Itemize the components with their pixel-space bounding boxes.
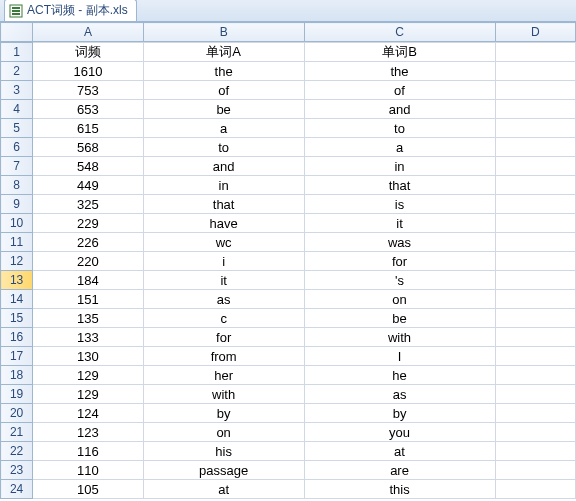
cell[interactable] <box>495 62 575 81</box>
cell[interactable]: 123 <box>33 423 144 442</box>
cell[interactable]: 151 <box>33 290 144 309</box>
cell[interactable]: 226 <box>33 233 144 252</box>
cell[interactable]: for <box>304 252 495 271</box>
cell[interactable] <box>495 176 575 195</box>
cell[interactable]: her <box>143 366 304 385</box>
row-number[interactable]: 8 <box>1 176 33 195</box>
cell[interactable]: on <box>143 423 304 442</box>
cell[interactable]: have <box>143 214 304 233</box>
row-number[interactable]: 23 <box>1 461 33 480</box>
row-number[interactable]: 21 <box>1 423 33 442</box>
cell[interactable]: by <box>143 404 304 423</box>
cell[interactable]: 单词B <box>304 43 495 62</box>
cell[interactable]: that <box>304 176 495 195</box>
cell[interactable]: a <box>304 138 495 157</box>
row-number[interactable]: 10 <box>1 214 33 233</box>
cell[interactable] <box>495 309 575 328</box>
cell[interactable] <box>495 461 575 480</box>
cell[interactable] <box>495 119 575 138</box>
cell[interactable]: to <box>304 119 495 138</box>
cell[interactable] <box>495 290 575 309</box>
row-number[interactable]: 5 <box>1 119 33 138</box>
cell[interactable]: 548 <box>33 157 144 176</box>
cell[interactable] <box>495 43 575 62</box>
row-number[interactable]: 18 <box>1 366 33 385</box>
cell[interactable]: passage <box>143 461 304 480</box>
cell[interactable] <box>495 81 575 100</box>
cell[interactable]: 568 <box>33 138 144 157</box>
cell[interactable]: 词频 <box>33 43 144 62</box>
cell[interactable]: 753 <box>33 81 144 100</box>
row-number[interactable]: 17 <box>1 347 33 366</box>
cell[interactable]: in <box>304 157 495 176</box>
column-header-B[interactable]: B <box>143 23 304 42</box>
cell[interactable] <box>495 233 575 252</box>
cell[interactable]: and <box>304 100 495 119</box>
cell[interactable]: 129 <box>33 366 144 385</box>
row-number[interactable]: 4 <box>1 100 33 119</box>
row-number[interactable]: 7 <box>1 157 33 176</box>
cell[interactable]: i <box>143 252 304 271</box>
cell[interactable]: in <box>143 176 304 195</box>
cell[interactable]: 449 <box>33 176 144 195</box>
cell[interactable]: a <box>143 119 304 138</box>
cell[interactable] <box>495 385 575 404</box>
cell[interactable]: with <box>304 328 495 347</box>
document-tab[interactable]: ACT词频 - 副本.xls <box>4 0 137 21</box>
cell[interactable]: of <box>304 81 495 100</box>
cell[interactable]: 615 <box>33 119 144 138</box>
column-header-C[interactable]: C <box>304 23 495 42</box>
cell[interactable]: by <box>304 404 495 423</box>
row-number[interactable]: 15 <box>1 309 33 328</box>
cell[interactable]: is <box>304 195 495 214</box>
cell[interactable]: on <box>304 290 495 309</box>
cell[interactable]: 129 <box>33 385 144 404</box>
row-number[interactable]: 2 <box>1 62 33 81</box>
cell[interactable]: the <box>143 62 304 81</box>
cell[interactable]: at <box>143 480 304 499</box>
row-number[interactable]: 12 <box>1 252 33 271</box>
cell[interactable]: c <box>143 309 304 328</box>
cell[interactable]: 325 <box>33 195 144 214</box>
cell[interactable]: it <box>304 214 495 233</box>
cell[interactable]: 124 <box>33 404 144 423</box>
cell[interactable] <box>495 100 575 119</box>
cell[interactable]: are <box>304 461 495 480</box>
cell[interactable]: he <box>304 366 495 385</box>
cell[interactable]: this <box>304 480 495 499</box>
cell[interactable]: 116 <box>33 442 144 461</box>
row-number[interactable]: 22 <box>1 442 33 461</box>
cell[interactable]: his <box>143 442 304 461</box>
cell[interactable] <box>495 366 575 385</box>
cell[interactable]: 110 <box>33 461 144 480</box>
cell[interactable] <box>495 214 575 233</box>
column-header-A[interactable]: A <box>33 23 144 42</box>
cell[interactable]: 220 <box>33 252 144 271</box>
cell[interactable]: 135 <box>33 309 144 328</box>
cell[interactable]: was <box>304 233 495 252</box>
row-number[interactable]: 1 <box>1 43 33 62</box>
cell[interactable]: as <box>143 290 304 309</box>
cell[interactable]: that <box>143 195 304 214</box>
cell[interactable] <box>495 442 575 461</box>
spreadsheet-grid[interactable]: A B C D 1词频单词A单词B21610thethe3753ofof4653… <box>0 22 576 499</box>
cell[interactable] <box>495 423 575 442</box>
cell[interactable]: 133 <box>33 328 144 347</box>
cell[interactable]: from <box>143 347 304 366</box>
cell[interactable]: 130 <box>33 347 144 366</box>
cell[interactable]: at <box>304 442 495 461</box>
cell[interactable]: 229 <box>33 214 144 233</box>
cell[interactable]: 1610 <box>33 62 144 81</box>
cell[interactable] <box>495 404 575 423</box>
cell[interactable]: for <box>143 328 304 347</box>
cell[interactable]: it <box>143 271 304 290</box>
row-number[interactable]: 16 <box>1 328 33 347</box>
cell[interactable] <box>495 271 575 290</box>
cell[interactable]: and <box>143 157 304 176</box>
cell[interactable]: 105 <box>33 480 144 499</box>
cell[interactable]: wc <box>143 233 304 252</box>
cell[interactable]: as <box>304 385 495 404</box>
cell[interactable]: 单词A <box>143 43 304 62</box>
row-number[interactable]: 24 <box>1 480 33 499</box>
select-all-corner[interactable] <box>1 23 33 42</box>
